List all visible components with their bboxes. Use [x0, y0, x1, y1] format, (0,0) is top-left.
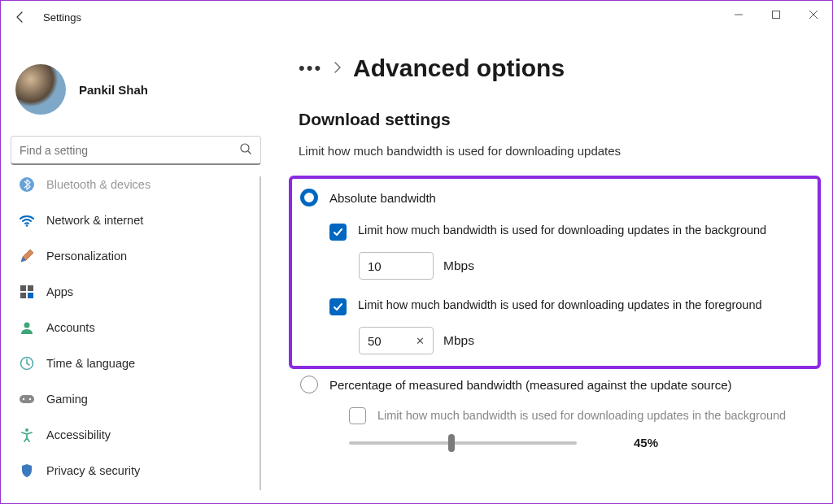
- checkbox-foreground-limit[interactable]: Limit how much bandwidth is used for dow…: [329, 298, 811, 315]
- checkbox-label: Limit how much bandwidth is used for dow…: [358, 298, 811, 314]
- radio-label: Percentage of measured bandwidth (measur…: [329, 378, 731, 392]
- checkbox-background-limit[interactable]: Limit how much bandwidth is used for dow…: [329, 223, 811, 241]
- breadcrumb-ellipsis[interactable]: •••: [299, 59, 322, 77]
- unit-label: Mbps: [443, 333, 474, 348]
- apps-icon: [19, 284, 35, 300]
- window-controls: [720, 1, 832, 28]
- sidebar-item-label: Network & internet: [46, 214, 143, 227]
- chevron-right-icon: [334, 62, 342, 76]
- profile-name: Pankil Shah: [79, 83, 148, 97]
- search-icon: [239, 142, 252, 158]
- checkbox-percentage-background: Limit how much bandwidth is used for dow…: [349, 406, 816, 424]
- clear-input-icon[interactable]: ✕: [416, 335, 425, 347]
- svg-point-4: [241, 144, 249, 152]
- svg-point-12: [24, 323, 30, 328]
- slider-thumb[interactable]: [448, 434, 455, 452]
- sidebar-item-accessibility[interactable]: Accessibility: [11, 419, 256, 451]
- section-subtitle: Limit how much bandwidth is used for dow…: [299, 144, 816, 158]
- close-button[interactable]: [795, 1, 832, 28]
- minimize-button[interactable]: [720, 1, 757, 28]
- unit-label: Mbps: [443, 259, 474, 273]
- sidebar-item-personalization[interactable]: Personalization: [11, 240, 256, 272]
- wifi-icon: [19, 212, 35, 228]
- nav-list: Bluetooth & devices Network & internet P…: [11, 176, 261, 490]
- radio-unselected-icon: [300, 376, 318, 393]
- paintbrush-icon: [19, 248, 35, 264]
- page-title: Advanced options: [353, 54, 565, 82]
- app-title: Settings: [43, 11, 81, 24]
- svg-line-5: [248, 151, 251, 154]
- sidebar-item-network[interactable]: Network & internet: [11, 204, 256, 237]
- input-value: 10: [368, 259, 382, 273]
- checkbox-unchecked-icon: [349, 407, 366, 424]
- sidebar-item-label: Accounts: [46, 321, 95, 334]
- sidebar-item-gaming[interactable]: Gaming: [11, 383, 256, 415]
- svg-point-7: [26, 224, 28, 227]
- checkbox-checked-icon: [329, 298, 347, 315]
- svg-rect-14: [20, 395, 34, 403]
- sidebar-item-label: Gaming: [46, 393, 88, 406]
- svg-rect-1: [773, 11, 780, 19]
- person-icon: [19, 319, 35, 336]
- main-content: ••• Advanced options Download settings L…: [271, 33, 832, 503]
- svg-rect-11: [28, 293, 33, 298]
- radio-label: Absolute bandwidth: [329, 191, 436, 205]
- svg-point-15: [23, 398, 24, 400]
- percentage-slider[interactable]: [349, 441, 577, 445]
- profile-block[interactable]: Pankil Shah: [11, 43, 261, 136]
- breadcrumb: ••• Advanced options: [299, 54, 816, 82]
- checkbox-label: Limit how much bandwidth is used for dow…: [358, 223, 811, 239]
- accessibility-icon: [19, 427, 35, 443]
- sidebar-item-accounts[interactable]: Accounts: [11, 311, 256, 344]
- svg-rect-9: [28, 285, 33, 291]
- maximize-button[interactable]: [757, 1, 795, 28]
- input-value: 50: [368, 334, 382, 348]
- svg-rect-10: [20, 293, 26, 298]
- percentage-value: 45%: [634, 436, 658, 450]
- gamepad-icon: [19, 391, 35, 407]
- checkbox-checked-icon: [329, 224, 347, 241]
- back-button[interactable]: [12, 9, 28, 25]
- sidebar-item-bluetooth[interactable]: Bluetooth & devices: [11, 176, 256, 201]
- avatar: [15, 64, 66, 115]
- sidebar-item-label: Personalization: [46, 250, 127, 263]
- sidebar-item-label: Privacy & security: [46, 464, 140, 477]
- search-input[interactable]: [20, 144, 239, 157]
- sidebar: Pankil Shah Bluetooth & devices Network …: [1, 33, 271, 503]
- sidebar-item-time[interactable]: Time & language: [11, 347, 256, 380]
- svg-point-17: [25, 428, 28, 432]
- sidebar-item-label: Apps: [46, 285, 73, 298]
- sidebar-item-apps[interactable]: Apps: [11, 276, 256, 308]
- sidebar-item-label: Time & language: [46, 357, 135, 370]
- search-box[interactable]: [11, 136, 261, 165]
- svg-point-16: [29, 398, 31, 400]
- shield-icon: [19, 463, 35, 479]
- title-bar: Settings: [1, 1, 832, 33]
- radio-absolute-bandwidth[interactable]: Absolute bandwidth: [300, 189, 811, 206]
- radio-selected-icon: [300, 189, 318, 206]
- svg-rect-8: [20, 285, 26, 291]
- sidebar-item-privacy[interactable]: Privacy & security: [11, 454, 256, 487]
- background-bandwidth-input[interactable]: 10: [359, 252, 434, 280]
- clock-globe-icon: [19, 355, 35, 371]
- section-title: Download settings: [299, 110, 816, 129]
- radio-percentage-bandwidth[interactable]: Percentage of measured bandwidth (measur…: [300, 376, 816, 393]
- foreground-bandwidth-input[interactable]: 50 ✕: [359, 327, 434, 354]
- sidebar-item-label: Bluetooth & devices: [46, 178, 150, 191]
- bluetooth-icon: [19, 176, 35, 193]
- highlight-annotation: Absolute bandwidth Limit how much bandwi…: [289, 176, 821, 369]
- sidebar-item-label: Accessibility: [46, 428, 111, 441]
- checkbox-label: Limit how much bandwidth is used for dow…: [377, 409, 786, 422]
